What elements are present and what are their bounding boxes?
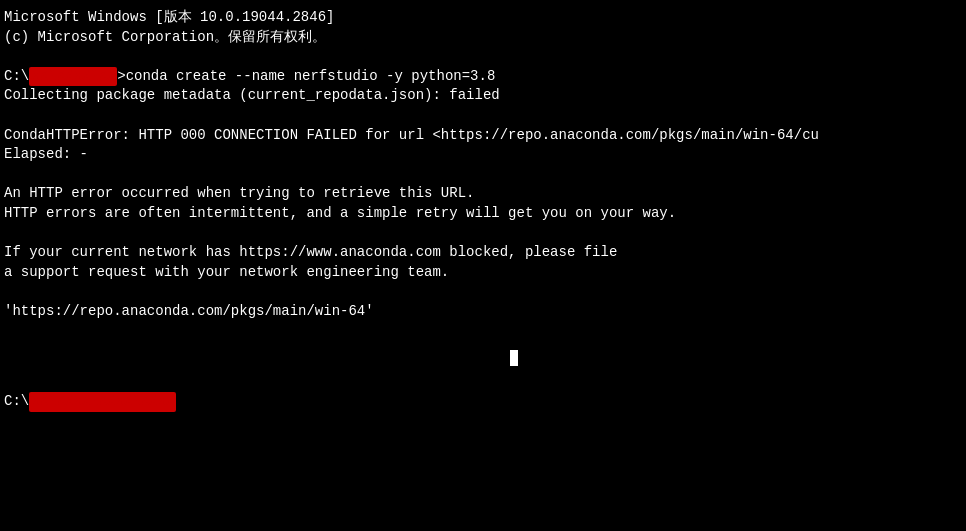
line-conda-http-error: CondaHTTPError: HTTP 000 CONNECTION FAIL… — [4, 126, 962, 146]
line-empty-1 — [4, 47, 962, 67]
cursor-block — [508, 349, 518, 369]
line-elapsed: Elapsed: - — [4, 145, 962, 165]
line-network-msg-2: a support request with your network engi… — [4, 263, 962, 283]
line-empty-2 — [4, 106, 962, 126]
line-empty-3 — [4, 165, 962, 185]
line-http-error-msg: An HTTP error occurred when trying to re… — [4, 184, 962, 204]
line-url-quote: 'https://repo.anaconda.com/pkgs/main/win… — [4, 302, 962, 322]
line-windows-version: Microsoft Windows [版本 10.0.19044.2846] — [4, 8, 962, 28]
terminal-cursor — [510, 350, 518, 366]
line-copyright: (c) Microsoft Corporation。保留所有权利。 — [4, 28, 962, 48]
conda-command-text: >conda create --name nerfstudio -y pytho… — [117, 67, 495, 87]
line-empty-7 — [4, 369, 962, 389]
terminal-window: Microsoft Windows [版本 10.0.19044.2846] (… — [0, 0, 966, 531]
redacted-username-2: XXXXXXXXXXXXXXXXX — [29, 392, 176, 412]
redacted-username-1: XXXXXXXXXX — [29, 67, 117, 87]
line-final-prompt: C:\XXXXXXXXXXXXXXXXX — [4, 392, 962, 412]
line-conda-command: C:\XXXXXXXXXX>conda create --name nerfst… — [4, 67, 962, 87]
prompt-c-drive: C:\ — [4, 67, 29, 87]
final-prompt-c-drive: C:\ — [4, 392, 29, 412]
line-http-retry-msg: HTTP errors are often intermittent, and … — [4, 204, 962, 224]
line-network-msg-1: If your current network has https://www.… — [4, 243, 962, 263]
line-cursor-area — [4, 349, 962, 369]
line-empty-6 — [4, 322, 962, 342]
line-collecting: Collecting package metadata (current_rep… — [4, 86, 962, 106]
line-empty-4 — [4, 224, 962, 244]
line-empty-5 — [4, 282, 962, 302]
